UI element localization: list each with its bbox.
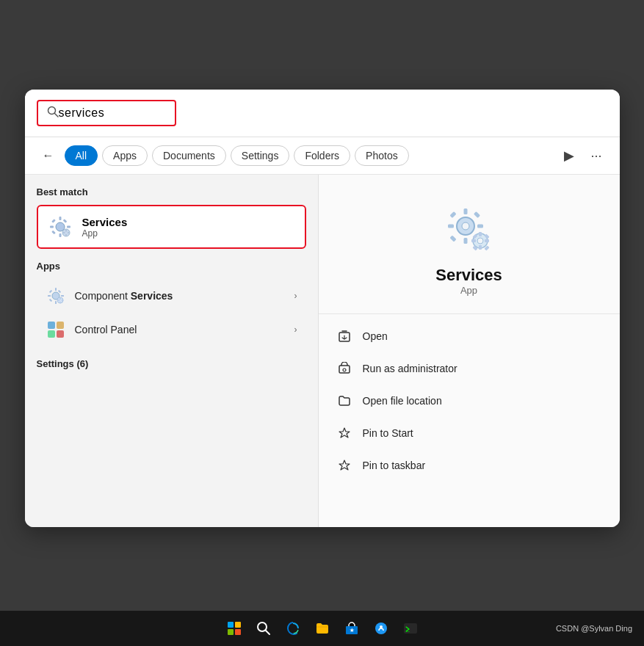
svg-rect-24 xyxy=(48,299,51,302)
control-panel-item[interactable]: Control Panel › xyxy=(37,313,306,346)
svg-rect-19 xyxy=(48,295,51,297)
tab-apps[interactable]: Apps xyxy=(102,145,148,166)
component-services-item[interactable]: Component Services › xyxy=(37,279,306,313)
tab-photos[interactable]: Photos xyxy=(355,145,409,166)
svg-point-56 xyxy=(343,369,346,371)
open-action[interactable]: Open xyxy=(336,320,602,352)
search-icon xyxy=(47,106,59,120)
start-button[interactable] xyxy=(221,615,247,642)
more-play-button[interactable]: ▶ xyxy=(558,145,580,167)
pin-to-taskbar-action[interactable]: Pin to taskbar xyxy=(336,449,602,482)
pin-to-start-action[interactable]: Pin to Start xyxy=(336,417,602,449)
best-match-item[interactable]: Services App xyxy=(37,205,306,249)
run-admin-label: Run as administrator xyxy=(363,363,457,374)
search-bar[interactable]: services xyxy=(37,100,176,126)
svg-rect-13 xyxy=(65,234,67,236)
svg-rect-39 xyxy=(477,225,483,228)
svg-rect-27 xyxy=(59,302,61,304)
tab-all[interactable]: All xyxy=(65,145,98,166)
svg-point-45 xyxy=(477,238,483,244)
svg-rect-30 xyxy=(48,322,55,329)
taskbar: ★ _ CSDN @Sylvan Ding xyxy=(0,611,644,646)
svg-rect-46 xyxy=(479,232,482,236)
taskbar-edge[interactable] xyxy=(280,615,306,642)
services-app-icon-small xyxy=(47,214,73,240)
svg-rect-14 xyxy=(62,232,65,233)
services-large-icon xyxy=(444,204,495,255)
settings-section: Settings (6) xyxy=(37,358,306,369)
tab-settings[interactable]: Settings xyxy=(231,145,290,166)
taskbar-explorer[interactable] xyxy=(309,615,336,642)
svg-rect-21 xyxy=(48,290,51,293)
taskbar-search[interactable] xyxy=(250,615,277,642)
actions-list: Open Run as administrator xyxy=(319,314,620,487)
control-panel-icon xyxy=(46,319,66,340)
svg-rect-20 xyxy=(61,295,64,297)
svg-rect-7 xyxy=(51,219,56,223)
svg-rect-59 xyxy=(228,629,234,635)
svg-rect-17 xyxy=(55,288,57,291)
right-panel: Services App Open xyxy=(319,175,620,527)
control-panel-name: Control Panel xyxy=(75,324,137,335)
taskbar-docker[interactable] xyxy=(368,615,394,642)
right-panel-header: Services App xyxy=(319,175,620,314)
folder-icon xyxy=(336,393,352,409)
services-right-title: Services xyxy=(435,266,502,285)
svg-rect-38 xyxy=(448,225,454,228)
filter-tabs: ← All Apps Documents Settings Folders Ph… xyxy=(25,137,620,175)
taskbar-terminal[interactable]: _ xyxy=(397,615,424,642)
svg-rect-28 xyxy=(57,300,59,301)
svg-rect-3 xyxy=(59,217,61,220)
component-services-chevron: › xyxy=(294,291,297,301)
back-button[interactable]: ← xyxy=(37,146,60,165)
svg-rect-18 xyxy=(55,301,57,304)
svg-rect-31 xyxy=(57,322,64,329)
search-input-display: services xyxy=(59,106,105,120)
svg-rect-12 xyxy=(65,230,67,232)
svg-rect-4 xyxy=(59,233,61,237)
search-bar-wrapper: services xyxy=(25,90,620,137)
more-options-button[interactable]: ··· xyxy=(585,145,607,167)
pin-start-icon xyxy=(336,425,352,441)
svg-text:★: ★ xyxy=(350,628,355,633)
svg-point-66 xyxy=(380,625,383,628)
main-content: Best match xyxy=(25,175,620,527)
svg-rect-36 xyxy=(463,208,467,214)
pin-taskbar-icon xyxy=(336,457,352,473)
component-services-name: Component Services xyxy=(75,290,173,302)
svg-rect-10 xyxy=(51,231,56,235)
svg-rect-40 xyxy=(449,211,456,218)
apps-section-label: Apps xyxy=(37,261,306,272)
svg-rect-26 xyxy=(59,298,61,300)
open-icon xyxy=(336,328,352,344)
svg-rect-57 xyxy=(228,622,234,628)
settings-section-label: Settings (6) xyxy=(37,358,306,369)
svg-line-1 xyxy=(54,114,58,117)
svg-rect-29 xyxy=(62,300,64,301)
open-file-location-action[interactable]: Open file location xyxy=(336,385,602,417)
best-match-label: Best match xyxy=(37,186,306,197)
admin-icon xyxy=(336,360,352,377)
svg-rect-9 xyxy=(62,219,67,223)
taskbar-brand: CSDN @Sylvan Ding xyxy=(556,624,632,633)
taskbar-store[interactable]: ★ xyxy=(339,615,365,642)
pin-to-start-label: Pin to Start xyxy=(363,427,413,439)
run-admin-action[interactable]: Run as administrator xyxy=(336,352,602,385)
svg-rect-6 xyxy=(67,226,70,228)
tab-documents[interactable]: Documents xyxy=(152,145,226,166)
svg-line-62 xyxy=(265,631,269,635)
open-file-location-label: Open file location xyxy=(363,395,442,407)
control-panel-chevron: › xyxy=(294,324,297,335)
services-item-type: App xyxy=(82,228,128,239)
tab-folders[interactable]: Folders xyxy=(294,145,350,166)
svg-rect-33 xyxy=(57,330,64,338)
svg-rect-15 xyxy=(68,232,70,233)
svg-rect-5 xyxy=(50,226,54,228)
svg-rect-23 xyxy=(57,290,60,293)
pin-to-taskbar-label: Pin to taskbar xyxy=(363,460,426,471)
svg-rect-60 xyxy=(235,629,241,635)
open-label: Open xyxy=(363,330,388,342)
svg-rect-37 xyxy=(463,238,467,244)
svg-rect-49 xyxy=(485,239,489,242)
services-item-info: Services App xyxy=(82,216,128,239)
